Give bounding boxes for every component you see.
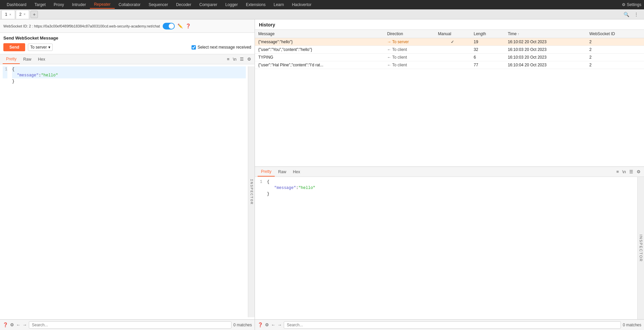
help-bottom-icon[interactable]: ❓ — [3, 322, 8, 327]
tab-raw-right[interactable]: Raw — [275, 168, 289, 176]
tab-1-label: 1 — [5, 12, 7, 17]
code-line-1: { — [12, 66, 246, 72]
line-numbers-right: 1 — [255, 179, 265, 317]
edit-icon[interactable]: ✏️ — [177, 23, 183, 28]
code-content-right[interactable]: { "message":"hello" } — [265, 179, 637, 317]
table-row[interactable]: {"user":"You","content":"hello"} ← To cl… — [255, 46, 644, 54]
resp-code-line-3: } — [267, 191, 635, 197]
tab-pretty-left[interactable]: Pretty — [3, 55, 20, 64]
word-wrap-icon[interactable]: ≡ — [226, 56, 230, 62]
nav-intruder[interactable]: Intruder — [68, 1, 90, 8]
matches-label-right: 0 matches — [623, 323, 641, 327]
nav-logger[interactable]: Logger — [221, 1, 242, 8]
cell-manual: ✓ — [435, 38, 470, 46]
table-row[interactable]: {"message":"hello"} → To server ✓ 19 16:… — [255, 38, 644, 46]
newline-icon-right[interactable]: \n — [622, 169, 627, 175]
settings-editor-icon-right[interactable]: ⚙ — [636, 169, 641, 175]
history-table-element: Message Direction Manual Length Time Web… — [255, 30, 644, 69]
cell-length: 32 — [470, 46, 504, 54]
nav-hackvertor[interactable]: Hackvertor — [288, 1, 315, 8]
cell-length: 77 — [470, 61, 504, 69]
settings-editor-icon[interactable]: ⚙ — [247, 56, 252, 62]
bottom-bar-right: ❓ ⚙ ← → 0 matches — [255, 319, 644, 330]
cell-message: {"message":"hello"} — [255, 38, 384, 46]
col-websocket-id: WebSocket ID — [586, 30, 644, 38]
chevron-down-icon: ▾ — [48, 45, 50, 50]
inspector-sidebar-right[interactable]: INSPECTOR — [637, 177, 644, 319]
table-row[interactable]: TYPING ← To client 6 16:10:03 20 Oct 202… — [255, 54, 644, 61]
line-num-2 — [3, 72, 7, 78]
new-tab-button[interactable]: + — [31, 11, 38, 18]
col-time[interactable]: Time — [504, 30, 586, 38]
history-tbody: {"message":"hello"} → To server ✓ 19 16:… — [255, 38, 644, 69]
nav-repeater[interactable]: Repeater — [90, 1, 114, 9]
send-title: Send WebSocket Message — [3, 36, 251, 41]
select-next-checkbox-label[interactable]: Select next message received — [192, 45, 251, 50]
forward-icon[interactable]: → — [22, 322, 27, 327]
tab-1-close[interactable]: × — [9, 13, 11, 16]
help-bottom-right-icon[interactable]: ❓ — [258, 322, 263, 327]
history-table: Message Direction Manual Length Time Web… — [255, 30, 644, 167]
more-options-icon[interactable]: ⋮ — [633, 11, 640, 18]
url-bar: WebSocket ID: 2 : https://0a3c00ef0489f9… — [0, 19, 255, 33]
resp-code-line-1: { — [267, 179, 635, 185]
connection-toggle[interactable] — [163, 23, 175, 29]
cell-websocket-id: 2 — [586, 54, 644, 61]
nav-learn[interactable]: Learn — [270, 1, 288, 8]
format-icon-right[interactable]: ☰ — [629, 169, 634, 175]
editor-tabs-right: Pretty Raw Hex ≡ \n ☰ ⚙ — [255, 167, 644, 177]
nav-collaborator[interactable]: Collaborator — [115, 1, 145, 8]
word-wrap-icon-right[interactable]: ≡ — [616, 169, 620, 175]
format-icon[interactable]: ☰ — [239, 56, 245, 62]
tab-2[interactable]: 2 × — [16, 10, 30, 19]
search-input-right[interactable] — [284, 321, 621, 329]
nav-proxy[interactable]: Proxy — [50, 1, 68, 8]
bottom-bar-left: ❓ ⚙ ← → 0 matches — [0, 319, 255, 330]
code-line-2: "message":"hello" — [12, 72, 246, 78]
code-editor-left[interactable]: 1 { "message":"hello" } INSPECTOR — [0, 64, 255, 319]
send-controls: Send To server ▾ Select next message rec… — [3, 43, 251, 51]
line-numbers-left: 1 — [0, 66, 10, 317]
tab-pretty-right[interactable]: Pretty — [258, 167, 275, 177]
search-input-left[interactable] — [29, 321, 231, 329]
tab-hex-right[interactable]: Hex — [289, 168, 303, 176]
code-content-left[interactable]: { "message":"hello" } — [10, 66, 248, 317]
settings-bottom-icon[interactable]: ⚙ — [10, 322, 14, 327]
websocket-id-label: WebSocket ID: 2 : https://0a3c00ef0489f9… — [3, 24, 160, 28]
cell-message: {"user":"Hal Pline","content":"I'd rat..… — [255, 61, 384, 69]
inspector-sidebar-left[interactable]: INSPECTOR — [248, 66, 255, 317]
direction-select[interactable]: To server ▾ — [28, 44, 52, 51]
tab-2-close[interactable]: × — [23, 12, 25, 16]
nav-dashboard[interactable]: Dashboard — [3, 1, 31, 8]
nav-decoder[interactable]: Decoder — [172, 1, 195, 8]
nav-extensions[interactable]: Extensions — [242, 1, 270, 8]
nav-comparer[interactable]: Comparer — [195, 1, 221, 8]
newline-icon[interactable]: \n — [232, 56, 237, 62]
nav-target[interactable]: Target — [31, 1, 50, 8]
tab-raw-left[interactable]: Raw — [20, 55, 35, 64]
col-direction: Direction — [384, 30, 435, 38]
back-icon[interactable]: ← — [16, 322, 20, 327]
editor-icons-left: ≡ \n ☰ ⚙ — [226, 56, 252, 62]
json-key: "message" — [17, 73, 39, 78]
settings-label: Settings — [627, 2, 641, 7]
tab-1[interactable]: 1 × — [1, 10, 15, 19]
cell-time: 16:10:03 20 Oct 2023 — [504, 54, 586, 61]
forward-right-icon[interactable]: → — [277, 322, 282, 327]
select-next-checkbox[interactable] — [192, 45, 196, 50]
cell-websocket-id: 2 — [586, 46, 644, 54]
col-length: Length — [470, 30, 504, 38]
search-icon[interactable]: 🔍 — [622, 11, 631, 18]
settings-button[interactable]: ⚙ Settings — [622, 2, 641, 7]
nav-sequencer[interactable]: Sequencer — [145, 1, 172, 8]
response-code[interactable]: 1 { "message":"hello" } — [255, 177, 637, 319]
settings-bottom-right-icon[interactable]: ⚙ — [265, 322, 269, 327]
response-editor-area[interactable]: 1 { "message":"hello" } INSPECTOR — [255, 177, 644, 319]
send-button[interactable]: Send — [3, 43, 25, 51]
help-icon[interactable]: ❓ — [185, 23, 191, 28]
table-row[interactable]: {"user":"Hal Pline","content":"I'd rat..… — [255, 61, 644, 69]
back-right-icon[interactable]: ← — [271, 322, 275, 327]
line-num-3 — [3, 78, 7, 84]
matches-label-left: 0 matches — [233, 323, 252, 327]
tab-hex-left[interactable]: Hex — [35, 55, 48, 64]
